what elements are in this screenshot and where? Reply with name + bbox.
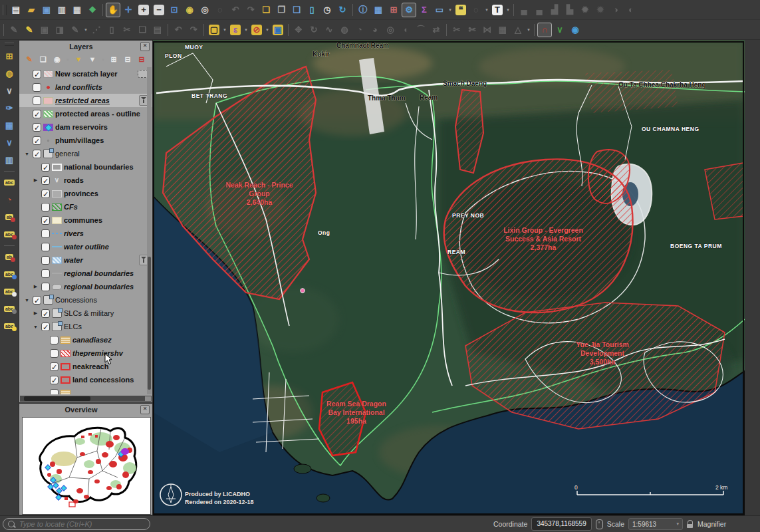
text-annotation-button[interactable]: T bbox=[490, 3, 505, 17]
manage-map-themes-button[interactable]: ◉ bbox=[51, 54, 63, 66]
layers-horizontal-scrollbar[interactable] bbox=[20, 396, 152, 402]
layer-row[interactable]: ✓protected areas - outline bbox=[19, 107, 152, 120]
select-by-expression-button-dropdown[interactable]: ▾ bbox=[243, 23, 249, 37]
pan-map-button[interactable]: ✋ bbox=[106, 3, 120, 17]
select-by-value-button[interactable]: ▣ bbox=[271, 23, 285, 37]
layer-visibility-checkbox[interactable] bbox=[33, 96, 41, 105]
layer-row[interactable]: ✓land concessions bbox=[19, 373, 152, 386]
rotate-point-symbols-button-dropdown[interactable]: ▾ bbox=[526, 23, 531, 37]
select-features-button-dropdown[interactable]: ▾ bbox=[222, 23, 227, 37]
show-bookmarks-button[interactable]: ❐ bbox=[274, 3, 289, 17]
layer-row[interactable]: thepremiershv bbox=[19, 346, 152, 360]
layer-visibility-checkbox[interactable] bbox=[50, 389, 59, 395]
db-manager-button[interactable]: ▥ bbox=[1, 152, 17, 168]
vertex-tool-button[interactable]: ∨ bbox=[553, 23, 567, 37]
save-project-button[interactable]: ▣ bbox=[39, 3, 54, 17]
locator-box[interactable] bbox=[3, 518, 150, 530]
zoom-full-button[interactable]: ⊡ bbox=[167, 3, 182, 17]
overview-map[interactable] bbox=[22, 417, 151, 515]
new-geopackage-layer-button[interactable]: ✑ bbox=[1, 100, 17, 116]
new-bookmark-button[interactable]: ❏ bbox=[259, 3, 273, 17]
new-mesh-layer-button[interactable]: ▦ bbox=[1, 118, 17, 133]
new-print-layout-button[interactable]: ▥ bbox=[55, 3, 69, 17]
layer-group-row[interactable]: ▼✓Concessions bbox=[19, 293, 152, 307]
layers-vscroll-thumb[interactable] bbox=[148, 257, 151, 390]
add-raster-layer-button[interactable]: ◍ bbox=[1, 66, 17, 81]
layer-visibility-checkbox[interactable]: ✓ bbox=[41, 176, 50, 185]
lock-scale-icon[interactable] bbox=[687, 520, 694, 529]
layer-visibility-checkbox[interactable]: ✓ bbox=[41, 190, 50, 198]
layer-row[interactable]: water outline bbox=[19, 240, 152, 253]
identify-features-button[interactable]: ⓘ bbox=[356, 3, 370, 17]
processing-toolbox-button[interactable]: ⚙ bbox=[402, 3, 416, 17]
layer-group-row[interactable]: ▶✓SLCs & military bbox=[19, 307, 152, 320]
layer-row[interactable] bbox=[19, 386, 152, 394]
expand-all-button[interactable]: ⊞ bbox=[108, 54, 120, 66]
layer-row[interactable]: ✓national boundaries bbox=[19, 160, 152, 174]
expander-icon[interactable]: ▶ bbox=[32, 284, 39, 289]
layer-visibility-checkbox[interactable] bbox=[41, 256, 50, 265]
data-source-manager-button[interactable]: ⊞ bbox=[1, 49, 17, 64]
new-shapefile-layer-button[interactable]: ∨ bbox=[1, 83, 17, 98]
layer-row[interactable]: water bbox=[19, 253, 152, 267]
layer-visibility-checkbox[interactable]: ✓ bbox=[33, 110, 41, 118]
refresh-map-button[interactable]: ↻ bbox=[335, 3, 350, 17]
show-unplaced-labels-button[interactable]: abc bbox=[1, 227, 17, 242]
statistical-summary-button[interactable]: Σ bbox=[417, 3, 432, 17]
layer-group-row[interactable]: ▼✓ELCs bbox=[19, 320, 152, 333]
geocoder-button-dropdown[interactable]: ▾ bbox=[484, 3, 489, 17]
layer-visibility-checkbox[interactable]: ✓ bbox=[50, 362, 59, 371]
manage-map-themes-button-dropdown[interactable]: ▾ bbox=[65, 53, 70, 67]
new-virtual-layer-button[interactable]: ∨ bbox=[1, 135, 17, 150]
add-group-button[interactable]: ❏ bbox=[37, 54, 49, 66]
layer-visibility-checkbox[interactable]: ✓ bbox=[41, 216, 50, 225]
select-features-button[interactable]: ▢ bbox=[207, 23, 221, 37]
expander-icon[interactable]: ▶ bbox=[32, 178, 39, 183]
layer-row[interactable]: ✓New scratch layer bbox=[19, 67, 152, 80]
style-manager-button[interactable]: ❖ bbox=[85, 3, 100, 17]
eye-tool-button[interactable]: ◉ bbox=[568, 23, 582, 37]
layers-panel-close-icon[interactable]: ✕ bbox=[140, 42, 150, 51]
layer-row[interactable]: CFs bbox=[19, 200, 152, 213]
layer-visibility-checkbox[interactable]: ✓ bbox=[33, 136, 41, 145]
overview-panel-close-icon[interactable]: ✕ bbox=[140, 405, 150, 414]
layer-visibility-checkbox[interactable] bbox=[41, 243, 50, 251]
rotate-label-button[interactable]: abc bbox=[1, 301, 17, 317]
layer-visibility-checkbox[interactable] bbox=[41, 229, 50, 238]
expander-icon[interactable]: ▼ bbox=[23, 152, 31, 156]
layer-row[interactable]: ✓dam reservoirs bbox=[19, 120, 152, 134]
move-label-button[interactable]: abc bbox=[1, 284, 17, 299]
locator-input[interactable] bbox=[18, 519, 134, 529]
zoom-out-button[interactable]: − bbox=[152, 3, 166, 17]
layer-row[interactable]: ▶regional boundaries bbox=[19, 280, 152, 293]
temporal-controller-button[interactable]: ◷ bbox=[320, 3, 334, 17]
layer-row[interactable]: ▶✓∨roads bbox=[19, 174, 152, 187]
layer-visibility-checkbox[interactable]: ✓ bbox=[33, 70, 41, 78]
scale-combobox[interactable]: 1:59613 ▾ bbox=[628, 518, 683, 530]
layer-labeling-options-button[interactable]: abc bbox=[1, 175, 17, 190]
layer-row[interactable]: ✓provinces bbox=[19, 187, 152, 200]
layer-row[interactable]: rivers bbox=[19, 227, 152, 240]
field-calculator-button[interactable]: ⊞ bbox=[386, 3, 401, 17]
show-hide-labels-button[interactable]: abc bbox=[1, 267, 17, 282]
layers-vertical-scrollbar[interactable] bbox=[147, 67, 152, 394]
toggle-editing-button[interactable]: ✎ bbox=[22, 23, 37, 37]
filter-by-expression-button-dropdown[interactable]: ▾ bbox=[100, 53, 106, 67]
measure-button-dropdown[interactable]: ▾ bbox=[447, 3, 453, 17]
layer-row[interactable]: ✓neakreach bbox=[19, 360, 152, 373]
layer-visibility-checkbox[interactable]: ✓ bbox=[33, 150, 41, 158]
layer-visibility-checkbox[interactable] bbox=[33, 83, 41, 92]
pin-unpin-labels-button[interactable]: ab bbox=[1, 249, 17, 265]
layer-visibility-checkbox[interactable] bbox=[41, 203, 50, 211]
zoom-to-layer-button[interactable]: ◎ bbox=[197, 3, 212, 17]
layer-visibility-checkbox[interactable]: ✓ bbox=[33, 123, 41, 132]
new-map-view-button[interactable]: ❑ bbox=[289, 3, 304, 17]
select-by-expression-button[interactable]: ε bbox=[228, 23, 243, 37]
coordinate-value[interactable]: 345378,1168559 bbox=[531, 517, 591, 531]
expander-icon[interactable]: ▼ bbox=[23, 298, 31, 303]
layer-visibility-checkbox[interactable]: ✓ bbox=[41, 309, 50, 318]
zoom-in-button[interactable]: + bbox=[136, 3, 151, 17]
layout-manager-button[interactable]: ▦ bbox=[70, 3, 84, 17]
layer-row[interactable]: regional boundaries bbox=[19, 267, 152, 280]
measure-button[interactable]: ▭ bbox=[432, 3, 447, 17]
